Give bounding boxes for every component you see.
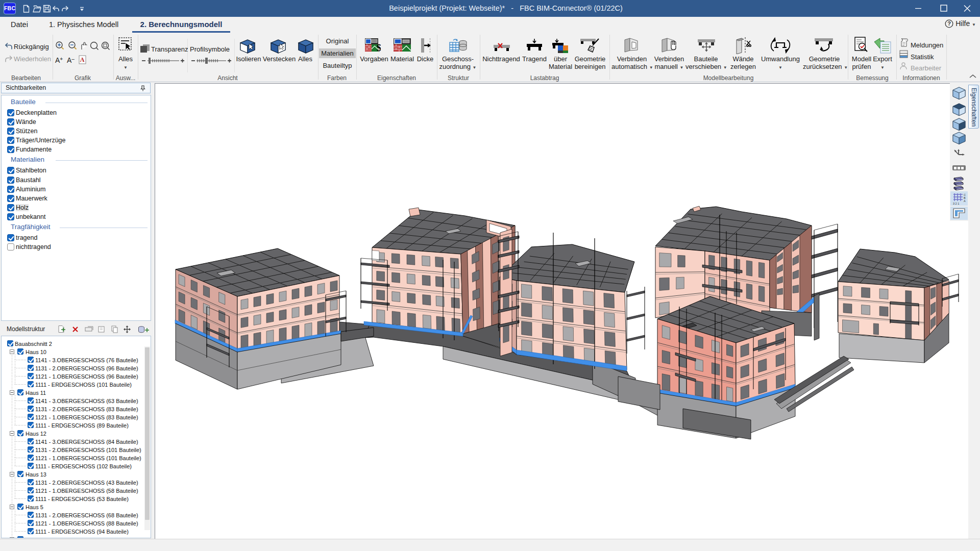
svg-text:?: ?	[947, 20, 951, 27]
svg-text:A: A	[964, 199, 966, 203]
svg-text:$: $	[377, 43, 381, 53]
svg-text:3 2 1: 3 2 1	[953, 202, 959, 205]
svg-text:A: A	[80, 56, 85, 63]
